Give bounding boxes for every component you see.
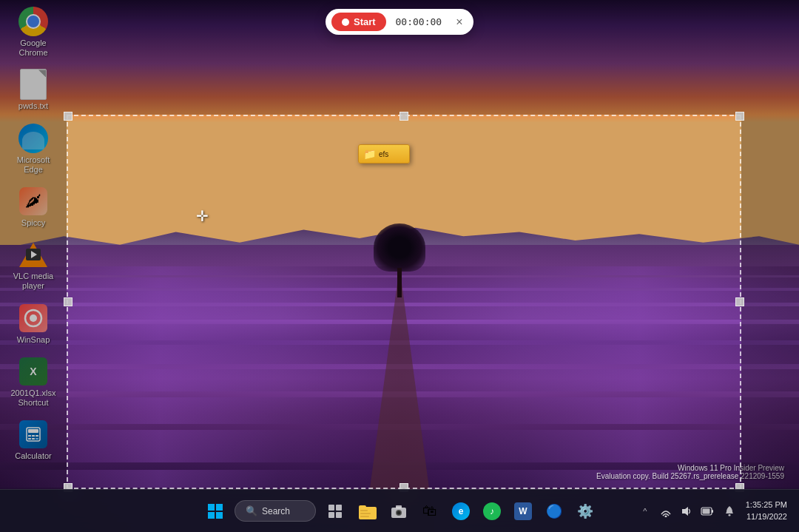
search-bar[interactable]: 🔍 Search <box>235 500 316 522</box>
desktop-icons-container: Google Chrome pwds.txt Microsoft Edge 🌶 … <box>0 0 67 496</box>
windows-logo-icon <box>207 503 223 519</box>
show-hidden-icons-button[interactable]: ^ <box>636 502 654 520</box>
close-toolbar-button[interactable]: × <box>451 14 468 30</box>
task-view-button[interactable] <box>320 496 350 526</box>
desktop-icon-microsoft-edge[interactable]: Microsoft Edge <box>4 121 63 178</box>
vlc-label: VLC media player <box>7 272 60 291</box>
svg-rect-13 <box>216 512 223 519</box>
chrome-icon <box>18 7 48 36</box>
desktop-icon-pwds-txt[interactable]: pwds.txt <box>4 67 63 114</box>
winsnap-icon <box>19 304 47 332</box>
winsnap-label: WinSnap <box>17 335 50 345</box>
svg-rect-20 <box>360 510 368 511</box>
pwds-label: pwds.txt <box>18 101 48 111</box>
edge-icon <box>18 124 48 153</box>
folder-label: efs <box>379 150 388 158</box>
sound-svg <box>681 505 692 517</box>
svg-rect-21 <box>360 513 371 514</box>
vlc-icon <box>19 240 47 269</box>
svg-rect-9 <box>36 438 38 440</box>
start-label: Start <box>354 16 376 27</box>
word-button[interactable]: W <box>510 498 536 525</box>
word-icon: W <box>514 502 532 520</box>
calc-label: Calculator <box>15 451 52 461</box>
start-recording-button[interactable]: Start <box>331 13 386 31</box>
start-button[interactable] <box>200 496 230 526</box>
folder-popup[interactable]: 📁 efs <box>358 144 410 164</box>
taskbar-right: ^ <box>636 498 790 524</box>
settings-button[interactable]: ⚙️ <box>572 498 599 525</box>
sky-layer <box>0 0 799 255</box>
file-explorer-button[interactable] <box>354 498 381 525</box>
svg-rect-22 <box>360 516 369 517</box>
battery-icon[interactable] <box>698 502 716 520</box>
file-icon <box>20 69 47 100</box>
svg-rect-31 <box>712 510 713 513</box>
tree-trunk <box>397 268 402 297</box>
svg-rect-6 <box>36 435 38 437</box>
chrome-label: Google Chrome <box>7 38 60 58</box>
network-icon[interactable] <box>657 502 675 520</box>
tree <box>370 223 429 297</box>
desktop-icon-winsnap[interactable]: WinSnap <box>4 300 63 348</box>
pwds-icon-img <box>18 70 48 99</box>
tree-canopy <box>374 223 425 272</box>
desktop-icon-vlc[interactable]: VLC media player <box>4 237 63 294</box>
store-button[interactable]: 🛍 <box>417 498 443 525</box>
vlc-icon-img <box>18 240 48 269</box>
system-tray: ^ <box>636 502 716 520</box>
sound-icon[interactable] <box>678 502 695 520</box>
unknown-icon-button[interactable]: 🔵 <box>541 498 567 525</box>
network-svg <box>660 505 672 517</box>
edge-taskbar-button[interactable]: e <box>448 498 474 525</box>
svg-rect-8 <box>32 438 35 440</box>
clock[interactable]: 1:35:25 PM 11/19/2022 <box>743 498 790 524</box>
windows-watermark: Windows 11 Pro Insider Preview Evaluatio… <box>596 464 784 480</box>
watermark-line2: Evaluation copy. Build 25267.rs_prerelea… <box>596 472 784 480</box>
desktop-icon-google-chrome[interactable]: Google Chrome <box>4 4 63 61</box>
spiccy-label: Spiccy <box>21 218 45 228</box>
timer-display: 00:00:00 <box>392 16 445 27</box>
calc-svg <box>24 425 42 443</box>
recording-toolbar: Start 00:00:00 × <box>326 9 473 35</box>
task-view-icon <box>328 504 343 519</box>
excel-icon-img: X <box>18 357 48 386</box>
svg-rect-11 <box>216 504 223 511</box>
camera-button[interactable] <box>385 498 412 525</box>
svg-point-27 <box>664 515 667 517</box>
desktop: 📁 efs Google Chrome pwds.txt Microsoft E… <box>0 0 799 532</box>
clock-time: 1:35:25 PM <box>746 499 787 511</box>
svg-rect-30 <box>702 508 709 514</box>
svg-point-1 <box>30 314 37 322</box>
edge-icon-img <box>18 124 48 153</box>
svg-rect-12 <box>208 512 215 519</box>
spotify-icon: ♪ <box>483 502 501 520</box>
spiccy-icon-img: 🌶 <box>18 186 48 216</box>
spotify-button[interactable]: ♪ <box>479 498 505 525</box>
taskbar-center: 🔍 Search <box>200 496 599 526</box>
rec-indicator <box>342 18 349 26</box>
desktop-icon-excel[interactable]: X 2001Q1.xlsx Shortcut <box>4 354 63 411</box>
svg-rect-3 <box>28 429 38 433</box>
calc-icon <box>19 420 47 448</box>
folder-icon: 📁 <box>363 148 376 160</box>
edge-taskbar-icon: e <box>452 502 470 520</box>
desktop-icon-spiccy[interactable]: 🌶 Spiccy <box>4 183 63 231</box>
file-explorer-icon <box>359 503 377 519</box>
svg-rect-15 <box>336 505 342 511</box>
winsnap-icon-img <box>18 303 48 333</box>
calc-icon-img <box>18 420 48 449</box>
watermark-line1: Windows 11 Pro Insider Preview <box>596 464 784 472</box>
notification-svg <box>724 505 735 517</box>
notification-icon[interactable] <box>721 502 738 520</box>
svg-marker-28 <box>682 507 688 516</box>
winsnap-svg <box>24 309 43 328</box>
svg-rect-19 <box>359 505 366 509</box>
clock-date: 11/19/2022 <box>746 511 787 522</box>
desktop-icon-calculator[interactable]: Calculator <box>4 417 63 464</box>
spicy-icon: 🌶 <box>19 187 47 215</box>
excel-icon: X <box>19 357 47 385</box>
svg-rect-32 <box>728 514 730 516</box>
battery-svg <box>701 506 714 516</box>
edge-label: Microsoft Edge <box>7 155 60 175</box>
